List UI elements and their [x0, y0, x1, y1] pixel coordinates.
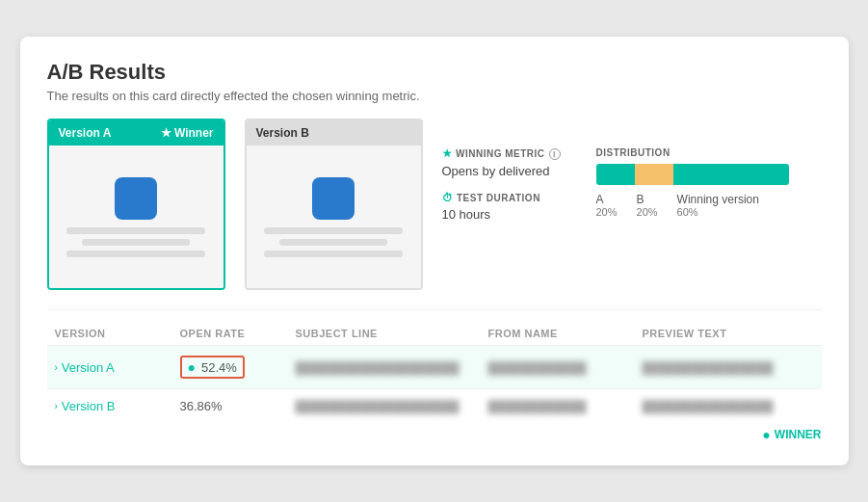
distribution-legend: A 20% B 20% Winning version 60% [596, 193, 822, 218]
col-preview-text: PREVIEW TEXT [643, 328, 814, 339]
version-a-icon [115, 177, 157, 220]
distribution-label: DISTRIBUTION [596, 147, 822, 158]
preview-line [66, 251, 206, 257]
winner-dot-icon: ● [188, 359, 196, 375]
version-b-preview [247, 145, 421, 288]
from-name-b: ████████████ [488, 399, 643, 413]
table-row: › Version B 36.86% ████████████████████ … [47, 388, 822, 423]
col-version: VERSION [55, 328, 180, 339]
metrics-section: ★ WINNING METRIC i Opens by delivered ⏱ … [442, 119, 577, 222]
subject-line-b: ████████████████████ [296, 399, 488, 413]
chevron-right-icon: › [55, 401, 58, 411]
open-rate-a-cell: ● 52.4% [180, 356, 296, 379]
section-divider [47, 309, 822, 310]
version-b-icon [312, 177, 355, 220]
preview-lines-a [59, 227, 214, 257]
winner-badge-header: ★ Winner [161, 126, 214, 140]
top-section: Version A ★ Winner Version B [47, 119, 822, 290]
dist-segment-winning [673, 164, 789, 185]
col-open-rate: OPEN RATE [180, 328, 296, 339]
preview-line [264, 251, 404, 257]
winning-metric-block: ★ WINNING METRIC i Opens by delivered [442, 147, 577, 178]
winner-dot-badge-icon: ● [762, 427, 770, 442]
version-b-label: Version B [256, 126, 309, 140]
table-row: › Version A ● 52.4% ████████████████████… [47, 345, 822, 388]
open-rate-b-value: 36.86% [180, 399, 223, 413]
dist-segment-a [596, 164, 635, 185]
col-subject-line: SUBJECT LINE [296, 328, 488, 339]
winner-badge-row: ● WINNER [47, 427, 822, 442]
row-version-a[interactable]: › Version A [55, 360, 180, 375]
preview-line [264, 227, 404, 234]
page-subtitle: The results on this card directly effect… [47, 89, 822, 103]
preview-line [82, 239, 191, 246]
legend-letter-b: B [637, 193, 658, 206]
open-rate-highlighted-box: ● 52.4% [180, 356, 245, 379]
distribution-bar [596, 164, 789, 185]
version-b-header: Version B [247, 120, 421, 145]
legend-pct-a: 20% [596, 206, 618, 218]
page-title: A/B Results [47, 60, 822, 85]
col-from-name: FROM NAME [488, 328, 643, 339]
test-duration-label: ⏱ TEST DURATION [442, 192, 577, 203]
table-header: VERSION OPEN RATE SUBJECT LINE FROM NAME… [47, 322, 822, 345]
version-b-card: Version B [245, 119, 423, 290]
test-duration-value: 10 hours [442, 207, 577, 222]
preview-line [66, 227, 206, 234]
clock-icon: ⏱ [442, 192, 454, 203]
legend-letter-a: A [596, 193, 618, 206]
preview-lines-b [256, 227, 411, 257]
ab-results-card: A/B Results The results on this card dir… [20, 37, 849, 465]
test-duration-block: ⏱ TEST DURATION 10 hours [442, 192, 577, 222]
dist-segment-b [635, 164, 673, 185]
card-header: A/B Results The results on this card dir… [47, 60, 822, 103]
legend-item-winning: Winning version 60% [677, 193, 759, 218]
preview-line [279, 239, 388, 246]
info-icon[interactable]: i [549, 148, 561, 160]
from-name-a: ████████████ [488, 360, 643, 375]
subject-line-a: ████████████████████ [296, 360, 488, 375]
star-icon: ★ [442, 147, 453, 160]
winning-metric-label: ★ WINNING METRIC i [442, 147, 577, 160]
open-rate-b-cell: 36.86% [180, 399, 296, 413]
winning-metric-value: Opens by delivered [442, 164, 577, 178]
version-a-card: Version A ★ Winner [47, 119, 225, 290]
chevron-right-icon: › [55, 362, 58, 373]
preview-text-b: ████████████████ [643, 399, 814, 413]
open-rate-a-value: 52.4% [201, 360, 237, 375]
legend-pct-winning: 60% [677, 206, 759, 218]
version-a-header: Version A ★ Winner [49, 120, 224, 145]
row-version-b[interactable]: › Version B [55, 399, 180, 413]
legend-label-winning: Winning version [677, 193, 759, 206]
distribution-section: DISTRIBUTION A 20% B 20% Winning version… [596, 119, 822, 218]
legend-item-a: A 20% [596, 193, 618, 218]
legend-item-b: B 20% [637, 193, 658, 218]
version-a-preview [49, 145, 224, 288]
star-icon: ★ [161, 126, 171, 140]
winner-badge-label: WINNER [775, 428, 822, 441]
table-section: VERSION OPEN RATE SUBJECT LINE FROM NAME… [47, 322, 822, 442]
legend-pct-b: 20% [637, 206, 658, 218]
version-a-label: Version A [59, 126, 112, 140]
preview-text-a: ████████████████ [643, 360, 814, 375]
